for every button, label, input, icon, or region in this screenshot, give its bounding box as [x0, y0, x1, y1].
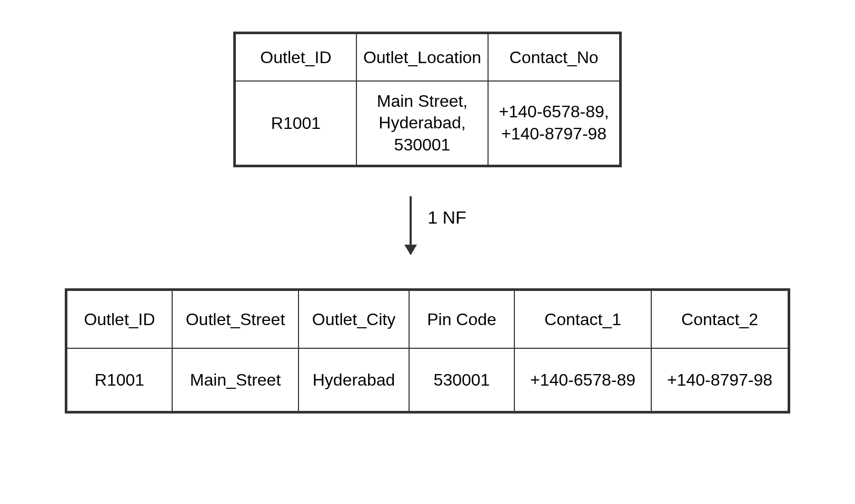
unnormalized-table: Outlet_ID Outlet_Location Contact_No R10…	[233, 32, 622, 167]
column-header: Pin Code	[409, 290, 514, 348]
column-header: Contact_1	[514, 290, 651, 348]
cell-outlet-location: Main Street,Hyderabad,530001	[356, 81, 488, 165]
table-row: R1001 Main_Street Hyderabad 530001 +140-…	[67, 348, 788, 411]
column-header: Contact_2	[651, 290, 788, 348]
cell-contact-1: +140-6578-89	[514, 348, 651, 411]
column-header: Outlet_ID	[235, 34, 356, 81]
column-header: Contact_No	[488, 34, 620, 81]
down-arrow-icon	[410, 196, 412, 254]
column-header: Outlet_Street	[172, 290, 299, 348]
arrow-section: 1 NF	[389, 188, 466, 262]
normalized-1nf-table: Outlet_ID Outlet_Street Outlet_City Pin …	[65, 288, 790, 414]
cell-pin-code: 530001	[409, 348, 514, 411]
cell-contact-2: +140-8797-98	[651, 348, 788, 411]
column-header: Outlet_Location	[356, 34, 488, 81]
cell-outlet-id: R1001	[235, 81, 356, 165]
table-row: Outlet_ID Outlet_Location Contact_No	[235, 34, 620, 81]
normalization-label: 1 NF	[428, 207, 466, 228]
cell-contact-no: +140-6578-89,+140-8797-98	[488, 81, 620, 165]
cell-outlet-street: Main_Street	[172, 348, 299, 411]
column-header: Outlet_City	[299, 290, 409, 348]
column-header: Outlet_ID	[67, 290, 172, 348]
table-row: R1001 Main Street,Hyderabad,530001 +140-…	[235, 81, 620, 165]
diagram-container: Outlet_ID Outlet_Location Contact_No R10…	[0, 0, 855, 504]
cell-outlet-city: Hyderabad	[299, 348, 409, 411]
cell-outlet-id: R1001	[67, 348, 172, 411]
table-row: Outlet_ID Outlet_Street Outlet_City Pin …	[67, 290, 788, 348]
